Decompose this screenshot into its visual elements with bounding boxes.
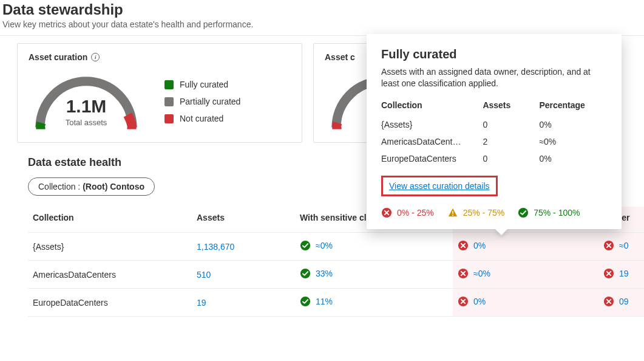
pop-cell-collection: AmericasDataCent… [381, 133, 483, 150]
legend-range: 75% - 100% [534, 208, 580, 218]
cell-assets[interactable]: 1,138,670 [192, 233, 295, 261]
x-circle-icon [381, 207, 392, 218]
view-details-highlight: View asset curation details [381, 176, 498, 196]
legend-item-fully: Fully curated [164, 80, 240, 89]
cell-owner[interactable]: 19 [598, 261, 644, 289]
svg-point-6 [300, 269, 310, 278]
cell-owner[interactable]: 09 [598, 289, 644, 317]
legend-label: Partially curated [180, 97, 240, 106]
swatch-icon [164, 114, 174, 123]
cell-owner[interactable]: ≈0 [598, 233, 644, 261]
table-row[interactable]: {Assets}1,138,670≈0%0%≈0 [28, 233, 644, 261]
table-row[interactable]: AmericasDataCenters51033%≈0%19 [28, 261, 644, 289]
pop-cell-assets: 0 [483, 116, 539, 133]
legend-item-not: Not curated [164, 114, 240, 123]
svg-point-3 [300, 241, 310, 250]
x-circle-icon [458, 268, 469, 279]
popover-legend-item: 25% - 75% [447, 207, 504, 218]
x-circle-icon [603, 240, 614, 251]
legend-label: Not curated [180, 114, 223, 123]
check-circle-icon [300, 296, 311, 307]
svg-rect-0 [36, 127, 45, 129]
pop-cell-assets: 0 [483, 150, 539, 167]
check-circle-icon [300, 240, 311, 251]
svg-rect-13 [452, 211, 453, 214]
popover-table: Collection Assets Percentage {Assets}00%… [381, 98, 607, 167]
fully-curated-popover: Fully curated Assets with an assigned da… [367, 34, 622, 229]
cell-curated[interactable]: 0% [453, 233, 598, 261]
col-collection[interactable]: Collection [28, 207, 192, 233]
cell-assets[interactable]: 510 [192, 261, 295, 289]
svg-point-9 [300, 297, 310, 306]
x-circle-icon [603, 296, 614, 307]
popover-row: AmericasDataCent…2≈0% [381, 133, 607, 150]
cell-collection: AmericasDataCenters [28, 261, 192, 289]
gauge-legend: Fully curated Partially curated Not cura… [164, 80, 240, 123]
cell-curated[interactable]: 0% [453, 289, 598, 317]
cell-collection: {Assets} [28, 233, 192, 261]
x-circle-icon [458, 296, 469, 307]
pop-cell-collection: {Assets} [381, 116, 483, 133]
popover-legend-item: 0% - 25% [381, 207, 434, 218]
swatch-icon [164, 97, 174, 106]
card-title-row: Asset curation i [29, 52, 291, 62]
page-title: Data stewardship [0, 0, 644, 18]
popover-legend: 0% - 25%25% - 75%75% - 100% [381, 207, 607, 218]
swatch-icon [164, 80, 174, 89]
asset-curation-card: Asset curation i 1.1M Total assets [17, 43, 302, 143]
card-title: Asset c [325, 52, 355, 62]
svg-rect-2 [332, 127, 341, 129]
cell-sensitive[interactable]: 11% [295, 289, 453, 317]
table-row[interactable]: EuropeDataCenters1911%0%09 [28, 289, 644, 317]
pop-col-percentage: Percentage [539, 98, 607, 116]
pop-col-collection: Collection [381, 98, 483, 116]
x-circle-icon [603, 268, 614, 279]
check-circle-icon [518, 207, 529, 218]
gauge: 1.1M Total assets [29, 68, 144, 135]
svg-rect-14 [452, 215, 453, 216]
collection-filter-pill[interactable]: Collection : (Root) Contoso [28, 177, 155, 196]
cell-assets[interactable]: 19 [192, 289, 295, 317]
filter-value: (Root) Contoso [83, 182, 144, 191]
cell-curated[interactable]: ≈0% [453, 261, 598, 289]
filter-label: Collection : [38, 182, 80, 191]
pop-cell-percentage: 0% [539, 150, 607, 167]
pop-cell-percentage: 0% [539, 116, 607, 133]
legend-range: 25% - 75% [463, 208, 504, 218]
warning-triangle-icon [447, 207, 458, 218]
legend-range: 0% - 25% [397, 208, 434, 218]
gauge-value: 1.1M [29, 96, 144, 117]
cell-sensitive[interactable]: 33% [295, 261, 453, 289]
popover-arrow-icon [494, 228, 509, 235]
legend-label: Fully curated [180, 80, 228, 89]
pop-col-assets: Assets [483, 98, 539, 116]
info-icon[interactable]: i [91, 53, 100, 61]
card-title: Asset curation [29, 52, 87, 62]
x-circle-icon [458, 240, 469, 251]
page-description: View key metrics about your data estate'… [0, 18, 644, 36]
legend-item-partially: Partially curated [164, 97, 240, 106]
cell-sensitive[interactable]: ≈0% [295, 233, 453, 261]
check-circle-icon [300, 268, 311, 279]
pop-cell-percentage: ≈0% [539, 133, 607, 150]
popover-description: Assets with an assigned data owner, desc… [381, 66, 607, 89]
svg-rect-1 [127, 127, 136, 129]
popover-title: Fully curated [381, 47, 607, 61]
gauge-partial [325, 68, 373, 135]
popover-row: {Assets}00% [381, 116, 607, 133]
pop-cell-collection: EuropeDataCenters [381, 150, 483, 167]
col-assets[interactable]: Assets [192, 207, 295, 233]
popover-legend-item: 75% - 100% [518, 207, 580, 218]
popover-row: EuropeDataCenters00% [381, 150, 607, 167]
gauge-label: Total assets [29, 118, 144, 127]
cell-collection: EuropeDataCenters [28, 289, 192, 317]
view-curation-details-link[interactable]: View asset curation details [389, 181, 490, 191]
pop-cell-assets: 2 [483, 133, 539, 150]
svg-point-15 [518, 208, 528, 218]
